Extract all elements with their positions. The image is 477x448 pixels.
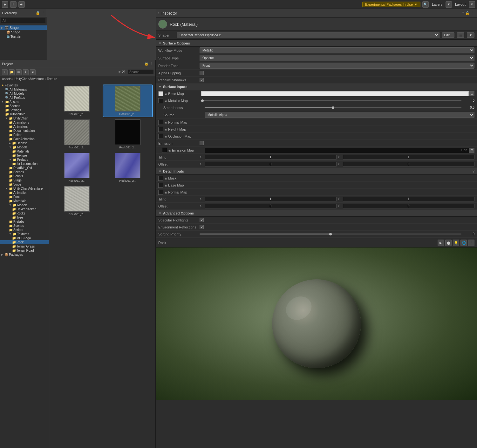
shader-select[interactable]: Universal Render Pipeline/Lit xyxy=(177,32,440,38)
tree-settings[interactable]: 📁 Settings xyxy=(0,108,49,112)
help-icon[interactable]: ? xyxy=(462,11,464,15)
texture-item-7[interactable]: Rock051_2... xyxy=(52,185,101,217)
hierarchy-item-stage-scene[interactable]: ▶ 🎬 Stage xyxy=(0,25,47,30)
environment-reflections-checkbox[interactable] xyxy=(200,225,204,229)
tree-unitychanadventure[interactable]: ▼ 📁 UnityChanAdventure xyxy=(0,187,49,191)
tree-documentation[interactable]: 📁 Documentation xyxy=(0,129,49,133)
tree-materials2[interactable]: 📁 Materials xyxy=(0,199,49,203)
hierarchy-item-stage-obj[interactable]: 📦 Stage xyxy=(0,30,47,34)
search-icon[interactable]: 🔍 xyxy=(422,1,429,8)
tree-tree[interactable]: 📁 Tree xyxy=(0,215,49,220)
menu-icon[interactable]: ⋮ xyxy=(471,11,474,15)
play-button[interactable]: ▶ xyxy=(2,1,8,8)
expand-button[interactable]: ▼ xyxy=(467,32,474,38)
tree-models1[interactable]: ▼ 📁 Models xyxy=(0,145,49,149)
surface-options-header[interactable]: ▼ Surface Options xyxy=(156,40,477,47)
detail-offset-y-input[interactable] xyxy=(343,204,475,208)
label-icon[interactable]: 🏷 xyxy=(16,69,22,75)
tree-animations[interactable]: 📁 Animations xyxy=(0,120,49,125)
tiling-y-input[interactable] xyxy=(343,155,475,160)
tree-all-materials[interactable]: 🔍 All Materials xyxy=(0,87,49,92)
layers-dropdown-icon[interactable]: ▼ xyxy=(446,1,452,8)
texture-item-5[interactable]: Rock051_2... xyxy=(52,152,101,183)
source-select[interactable]: Metallic Alpha xyxy=(205,112,474,118)
tree-font[interactable]: 📁 Font xyxy=(0,195,49,199)
folder-icon[interactable]: 📁 xyxy=(9,69,15,75)
lock-icon[interactable]: 🔒 xyxy=(36,11,40,15)
emission-checkbox[interactable] xyxy=(200,141,204,145)
tiling-x-input[interactable] xyxy=(205,155,337,160)
lock-icon[interactable]: 🔒 xyxy=(144,62,149,66)
texture-item-6[interactable]: Rock051_2... xyxy=(103,152,152,183)
preview-sphere-button[interactable]: ⬤ xyxy=(445,240,452,246)
tree-mcclogo[interactable]: 📁 MCCLogo xyxy=(0,236,49,240)
experimental-packages-button[interactable]: Experimental Packages In Use ▼ xyxy=(362,2,420,7)
tree-stage[interactable]: 📁 Stage xyxy=(0,178,49,182)
tree-models2[interactable]: ▼ 📁 Models xyxy=(0,203,49,207)
hdr-bar[interactable]: HDR xyxy=(205,148,469,153)
hierarchy-search-input[interactable] xyxy=(1,18,45,23)
smoothness-slider-track[interactable] xyxy=(205,107,461,108)
offset-y-input[interactable] xyxy=(343,162,475,166)
tree-terrainroad[interactable]: 📁 TerrainRoad xyxy=(0,248,49,253)
tree-prefabs2[interactable]: 📁 Prefabs xyxy=(0,220,49,224)
tree-for-locomotion[interactable]: 📁 for Locomotion xyxy=(0,162,49,166)
breadcrumb-texture[interactable]: Texture xyxy=(47,77,57,81)
tree-packages[interactable]: ▶ 📦 Packages xyxy=(0,253,49,257)
sorting-slider-thumb[interactable] xyxy=(329,233,332,235)
detail-tiling-y-input[interactable] xyxy=(343,197,475,201)
preview-env-button[interactable]: 🌐 xyxy=(460,240,467,246)
tree-materials1[interactable]: 📁 Materials xyxy=(0,149,49,153)
offset-x-input[interactable] xyxy=(205,162,337,166)
surface-inputs-header[interactable]: ▼ Surface Inputs xyxy=(156,84,477,90)
metallic-slider-track[interactable] xyxy=(201,100,461,101)
tree-license[interactable]: ▶ 📁 License xyxy=(0,141,49,145)
texture-item-3[interactable]: Rock051_2... xyxy=(52,119,101,150)
smoothness-slider-thumb[interactable] xyxy=(332,106,334,109)
add-button[interactable]: + xyxy=(2,69,8,75)
menu-icon[interactable]: ⋮ xyxy=(150,62,153,66)
tree-faceanimation[interactable]: 📁 FaceAnimation xyxy=(0,137,49,141)
specular-highlights-checkbox[interactable] xyxy=(200,218,204,222)
tree-all-prefabs[interactable]: 🔍 All Prefabs xyxy=(0,96,49,100)
detail-inputs-help[interactable]: ? xyxy=(473,169,474,173)
pause-button[interactable]: ⏸ xyxy=(10,1,17,8)
tree-scenes1[interactable]: 📁 Scenes xyxy=(0,104,49,108)
step-button[interactable]: ⏭ xyxy=(18,1,25,8)
star-icon[interactable]: ★ xyxy=(30,69,36,75)
workflow-mode-select[interactable]: Metallic xyxy=(200,47,474,53)
texture-item-1[interactable]: Rock051_2... xyxy=(52,85,101,117)
tree-scripts2[interactable]: 📁 Scripts xyxy=(0,228,49,232)
tree-readme[interactable]: 📁 ReadMe_Old xyxy=(0,166,49,170)
preview-play-button[interactable]: ▶ xyxy=(438,240,444,246)
tree-textures[interactable]: ▼ 📁 Textures xyxy=(0,232,49,236)
tree-rock-selected[interactable]: 📁 Rock xyxy=(0,240,49,244)
tree-favorites[interactable]: ★ Favorites xyxy=(0,83,49,87)
texture-item-4[interactable]: Rock051_2... xyxy=(103,119,152,150)
alpha-clipping-checkbox[interactable] xyxy=(200,71,204,75)
tree-scenes2[interactable]: 📁 Scenes xyxy=(0,170,49,174)
tree-animation2[interactable]: 📁 Animation xyxy=(0,191,49,195)
tree-terraingrass[interactable]: 📁 TerrainGrass xyxy=(0,244,49,248)
detail-tiling-x-input[interactable] xyxy=(205,197,337,201)
base-map-field[interactable] xyxy=(201,91,469,96)
info-icon[interactable]: ℹ xyxy=(23,69,29,75)
tree-editor[interactable]: 📁 Editor xyxy=(0,133,49,137)
tree-voice[interactable]: 📁 Voice xyxy=(0,182,49,187)
tree-scenes3[interactable]: 📁 Scenes xyxy=(0,224,49,228)
breadcrumb-assets[interactable]: Assets xyxy=(2,77,11,81)
detail-inputs-header[interactable]: ▼ Detail Inputs ? xyxy=(156,168,477,175)
tree-prefabs1[interactable]: ▼ 📁 Prefabs xyxy=(0,158,49,162)
preview-menu-button[interactable]: ⋮ xyxy=(468,240,474,246)
base-map-picker-button[interactable]: ⊙ xyxy=(469,91,474,96)
receive-shadows-checkbox[interactable] xyxy=(200,78,204,82)
sorting-slider-track[interactable] xyxy=(200,234,461,234)
tree-rocks[interactable]: 📁 Rocks xyxy=(0,211,49,215)
tree-assets[interactable]: ▼ 📁 Assets xyxy=(0,100,49,104)
advanced-options-header[interactable]: ▼ Advanced Options xyxy=(156,210,477,217)
render-face-select[interactable]: Front xyxy=(200,63,474,69)
surface-type-select[interactable]: Opaque xyxy=(200,55,474,61)
tree-hakkenkoken[interactable]: 📁 HakkenKoken xyxy=(0,207,49,211)
metallic-slider-thumb[interactable] xyxy=(201,99,204,102)
tree-tutorialinfo[interactable]: 📁 TutorialInfo xyxy=(0,112,49,116)
